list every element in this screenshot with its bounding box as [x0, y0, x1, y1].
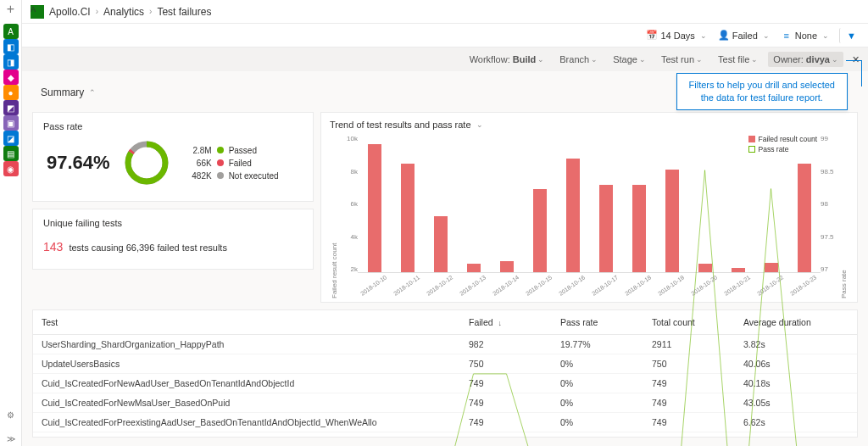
pass-rate-donut	[122, 138, 171, 187]
nav-item[interactable]: A	[3, 24, 19, 39]
filter-outcome[interactable]: 👤 Failed⌄	[714, 28, 775, 43]
nav-item[interactable]: ◆	[3, 70, 19, 85]
chevron-down-icon: ⌄	[763, 31, 770, 40]
filter-testfile[interactable]: Test file⌄	[713, 52, 763, 67]
filter-days[interactable]: 📅 14 Days⌄	[642, 28, 711, 43]
y-axis-left-label: Failed result count	[330, 133, 339, 298]
unique-failing-suffix: tests causing 66,396 failed test results	[69, 243, 227, 253]
unique-failing-count: 143	[43, 240, 63, 254]
stage-filter-bar: Workflow: Build⌄ Branch⌄ Stage⌄ Test run…	[22, 47, 868, 71]
chevron-down-icon: ⌄	[822, 31, 829, 40]
unique-failing-title: Unique failing tests	[43, 218, 303, 228]
filter-workflow[interactable]: Workflow: Build⌄	[465, 52, 550, 67]
trend-title: Trend of test results and pass rate	[330, 120, 471, 130]
breadcrumb: A Apollo.CI › Analytics › Test failures	[22, 0, 868, 24]
y-axis-left: 10k8k6k4k2k	[339, 133, 358, 298]
filter-group[interactable]: ≡ None⌄	[776, 28, 834, 43]
filter-testrun[interactable]: Test run⌄	[656, 52, 708, 67]
nav-item[interactable]: ◨	[3, 54, 19, 70]
unique-failing-card: Unique failing tests 143 tests causing 6…	[32, 209, 314, 270]
add-icon[interactable]: +	[5, 3, 17, 15]
person-icon: 👤	[719, 31, 729, 41]
filter-owner[interactable]: Owner: divya⌄	[768, 52, 843, 67]
chevron-right-icon: ›	[149, 7, 152, 16]
breadcrumb-project[interactable]: Apollo.CI	[49, 6, 91, 18]
pass-rate-card: Pass rate 97.64% 2.8MPassed66KFailed482K…	[32, 112, 314, 202]
nav-item[interactable]: ▣	[3, 115, 19, 131]
filter-toggle-button[interactable]: ▼	[839, 28, 861, 43]
trend-chart[interactable]: 2018-10-102018-10-112018-10-122018-10-13…	[358, 133, 821, 273]
nav-item[interactable]: ◩	[3, 100, 19, 115]
legend-row: 2.8MPassed	[183, 146, 279, 155]
trend-card: Trend of test results and pass rate⌄ Fai…	[320, 112, 858, 303]
collapse-icon[interactable]: ≫	[3, 431, 19, 446]
top-filter-bar: 📅 14 Days⌄ 👤 Failed⌄ ≡ None⌄ ▼	[22, 24, 868, 47]
list-icon: ≡	[782, 31, 792, 41]
y-axis-right: 9998.59897.597	[821, 133, 839, 298]
nav-item[interactable]: ◉	[3, 161, 19, 176]
left-nav-rail: + A◧◨◆●◩▣◪▤◉ ⚙ ≫	[0, 0, 22, 446]
pass-rate-title: Pass rate	[43, 121, 303, 131]
y-axis-right-label: Pass rate	[839, 133, 849, 298]
calendar-icon: 📅	[647, 31, 657, 41]
chevron-down-icon: ⌄	[700, 31, 707, 40]
filter-icon: ▼	[847, 31, 856, 41]
nav-item[interactable]: ◪	[3, 131, 19, 146]
chevron-up-icon: ⌃	[89, 88, 96, 97]
project-avatar: A	[31, 5, 44, 19]
breadcrumb-page[interactable]: Test failures	[157, 6, 211, 18]
chevron-down-icon[interactable]: ⌄	[476, 120, 483, 129]
filter-branch[interactable]: Branch⌄	[554, 52, 603, 67]
filter-stage[interactable]: Stage⌄	[608, 52, 651, 67]
pass-rate-value: 97.64%	[47, 152, 110, 174]
nav-item[interactable]: ▤	[3, 146, 19, 161]
legend-row: 482KNot executed	[183, 171, 279, 181]
help-callout: Filters to help you drill and selected t…	[676, 73, 848, 110]
nav-item[interactable]: ◧	[3, 39, 19, 54]
nav-item[interactable]: ●	[3, 85, 19, 100]
breadcrumb-section[interactable]: Analytics	[103, 6, 144, 18]
chevron-right-icon: ›	[96, 7, 98, 16]
legend-row: 66KFailed	[183, 159, 279, 168]
settings-icon[interactable]: ⚙	[3, 407, 19, 422]
chart-legend: Failed result count Pass rate	[747, 133, 819, 157]
